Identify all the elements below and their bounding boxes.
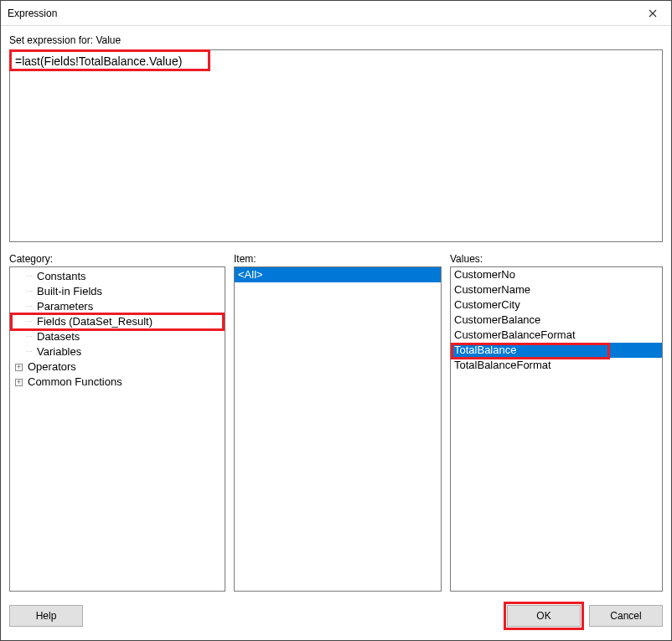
expression-dialog: Expression Set expression for: Value Cat… [0, 0, 672, 641]
category-item-label: Datasets [35, 329, 81, 344]
category-tree[interactable]: ⋯Constants⋯Built-in Fields⋯Parameters⋯Fi… [9, 266, 225, 592]
item-label: <All> [238, 268, 263, 281]
value-label: TotalBalance [454, 344, 516, 356]
tree-connector-icon: ⋯ [23, 314, 35, 329]
category-item[interactable]: ⋯Constants [12, 269, 223, 284]
category-item-label: Constants [35, 269, 88, 284]
values-column: Values: CustomerNoCustomerNameCustomerCi… [450, 253, 663, 592]
value-label: CustomerName [454, 283, 530, 296]
tree-connector-icon: ⋯ [23, 269, 35, 284]
value-row[interactable]: CustomerName [451, 282, 662, 297]
expand-icon[interactable]: + [15, 364, 23, 371]
tree-connector-icon: ⋯ [23, 344, 35, 359]
value-label: CustomerBalanceFormat [454, 328, 576, 341]
ok-button[interactable]: OK [507, 605, 581, 627]
value-label: CustomerCity [454, 298, 520, 311]
category-item[interactable]: ⋯Datasets [12, 329, 223, 344]
item-label: Item: [234, 253, 442, 265]
item-list[interactable]: <All> [234, 266, 442, 592]
columns: Category: ⋯Constants⋯Built-in Fields⋯Par… [9, 253, 663, 592]
category-item[interactable]: ⋯Variables [12, 344, 223, 359]
expression-input[interactable] [9, 49, 663, 242]
window-title: Expression [8, 8, 633, 19]
item-row[interactable]: <All> [235, 267, 441, 282]
expand-icon[interactable]: + [15, 379, 23, 386]
category-item-label: Parameters [35, 299, 95, 314]
content-area: Set expression for: Value Category: ⋯Con… [1, 26, 671, 600]
tree-connector-icon: ⋯ [23, 284, 35, 299]
value-row[interactable]: CustomerNo [451, 267, 662, 282]
category-item-label: Variables [35, 344, 83, 359]
value-row-wrap: TotalBalance [451, 343, 662, 358]
values-label: Values: [450, 253, 663, 265]
tree-connector-icon: ⋯ [23, 299, 35, 314]
value-row[interactable]: CustomerBalanceFormat [451, 328, 662, 343]
cancel-button[interactable]: Cancel [589, 605, 663, 627]
value-row[interactable]: CustomerCity [451, 297, 662, 313]
category-item-label: Fields (DataSet_Result) [35, 314, 154, 329]
footer: Help OK Cancel [1, 600, 671, 640]
value-label: TotalBalanceFormat [454, 359, 551, 371]
value-label: CustomerNo [454, 268, 515, 281]
help-button[interactable]: Help [9, 605, 83, 627]
set-expression-label: Set expression for: Value [9, 34, 663, 46]
category-label: Category: [9, 253, 225, 265]
category-item[interactable]: +Operators [12, 359, 223, 375]
value-label: CustomerBalance [454, 313, 540, 326]
value-row[interactable]: CustomerBalance [451, 313, 662, 328]
values-list[interactable]: CustomerNoCustomerNameCustomerCityCustom… [450, 266, 663, 592]
category-column: Category: ⋯Constants⋯Built-in Fields⋯Par… [9, 253, 225, 592]
category-item[interactable]: ⋯Parameters [12, 299, 223, 314]
tree-connector-icon: ⋯ [23, 329, 35, 344]
close-button[interactable] [633, 1, 671, 26]
category-item[interactable]: +Common Functions [12, 375, 223, 390]
category-item[interactable]: ⋯Fields (DataSet_Result) [12, 314, 223, 329]
titlebar: Expression [1, 1, 671, 26]
category-item[interactable]: ⋯Built-in Fields [12, 284, 223, 299]
ok-button-wrap: OK [507, 605, 581, 627]
close-icon [649, 9, 657, 18]
category-item-label: Operators [26, 359, 78, 375]
category-item-label: Common Functions [26, 375, 124, 390]
value-row[interactable]: TotalBalance [451, 343, 662, 358]
category-item-label: Built-in Fields [35, 284, 104, 299]
expression-area [9, 49, 663, 245]
value-row[interactable]: TotalBalanceFormat [451, 358, 662, 373]
item-column: Item: <All> [234, 253, 442, 592]
